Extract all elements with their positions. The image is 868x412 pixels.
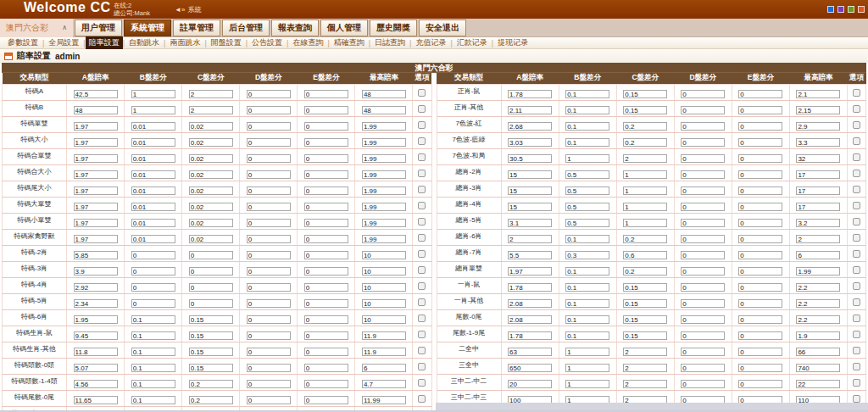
sub-tab[interactable]: 開盤設置 — [207, 37, 246, 48]
row-select-checkbox[interactable] — [418, 202, 426, 209]
rate-input[interactable] — [247, 331, 291, 340]
rate-input[interactable] — [304, 170, 348, 179]
rate-input[interactable] — [131, 219, 175, 227]
rate-input[interactable] — [508, 219, 552, 227]
rate-input[interactable] — [247, 251, 291, 259]
rate-input[interactable] — [247, 299, 291, 308]
rate-input[interactable] — [508, 380, 552, 388]
rate-input[interactable] — [508, 90, 552, 98]
rate-input[interactable] — [131, 348, 175, 356]
rate-input[interactable] — [131, 299, 175, 308]
rate-input[interactable] — [131, 122, 175, 131]
rate-input[interactable] — [796, 380, 840, 388]
rate-input[interactable] — [681, 219, 725, 227]
main-tab[interactable]: 用户管理 — [75, 19, 122, 36]
rate-input[interactable] — [131, 170, 175, 179]
rate-input[interactable] — [74, 203, 118, 211]
rate-input[interactable] — [565, 348, 609, 356]
rate-input[interactable] — [362, 315, 406, 324]
rate-input[interactable] — [131, 364, 175, 372]
rate-input[interactable] — [565, 187, 609, 195]
rate-input[interactable] — [74, 90, 118, 98]
rate-input[interactable] — [304, 348, 348, 356]
row-select-checkbox[interactable] — [853, 153, 860, 161]
row-select-checkbox[interactable] — [418, 186, 426, 193]
row-select-checkbox[interactable] — [418, 137, 426, 145]
rate-input[interactable] — [189, 299, 233, 308]
rate-input[interactable] — [796, 154, 840, 163]
main-tab[interactable]: 安全退出 — [419, 19, 466, 36]
row-select-checkbox[interactable] — [418, 170, 426, 177]
theme-color-swatch[interactable] — [827, 6, 834, 13]
row-select-checkbox[interactable] — [853, 331, 860, 338]
rate-input[interactable] — [362, 203, 406, 211]
rate-input[interactable] — [623, 170, 667, 179]
rate-input[interactable] — [131, 235, 175, 243]
rate-input[interactable] — [189, 396, 233, 404]
rate-input[interactable] — [131, 251, 175, 259]
theme-color-swatch[interactable] — [837, 6, 844, 13]
rate-input[interactable] — [304, 138, 348, 147]
rate-input[interactable] — [74, 299, 118, 308]
rate-input[interactable] — [796, 299, 840, 308]
rate-input[interactable] — [508, 106, 552, 114]
rate-input[interactable] — [738, 170, 782, 179]
rate-input[interactable] — [796, 251, 840, 259]
rate-input[interactable] — [508, 283, 552, 292]
lottery-select[interactable]: 澳門六合彩 ∧ — [0, 19, 73, 37]
rate-input[interactable] — [304, 380, 348, 388]
row-select-checkbox[interactable] — [853, 89, 860, 97]
rate-input[interactable] — [681, 315, 725, 324]
rate-input[interactable] — [189, 283, 233, 292]
rate-input[interactable] — [681, 331, 725, 340]
rate-input[interactable] — [796, 170, 840, 179]
rate-input[interactable] — [565, 138, 609, 147]
rate-input[interactable] — [74, 122, 118, 131]
rate-input[interactable] — [623, 235, 667, 243]
rate-input[interactable] — [304, 203, 348, 211]
rate-input[interactable] — [74, 331, 118, 340]
row-select-checkbox[interactable] — [853, 186, 860, 193]
rate-input[interactable] — [74, 138, 118, 147]
rate-input[interactable] — [74, 251, 118, 259]
rate-input[interactable] — [189, 380, 233, 388]
rate-input[interactable] — [508, 138, 552, 147]
rate-input[interactable] — [362, 364, 406, 372]
rate-input[interactable] — [74, 396, 118, 404]
sub-tab[interactable]: 在線查詢 — [288, 37, 327, 48]
sub-tab[interactable]: 提现记录 — [493, 37, 532, 48]
row-select-checkbox[interactable] — [418, 298, 426, 306]
row-select-checkbox[interactable] — [418, 250, 426, 258]
rate-input[interactable] — [304, 251, 348, 259]
rate-input[interactable] — [74, 235, 118, 243]
rate-input[interactable] — [508, 122, 552, 131]
row-select-checkbox[interactable] — [418, 234, 426, 242]
rate-input[interactable] — [738, 348, 782, 356]
rate-input[interactable] — [247, 364, 291, 372]
rate-input[interactable] — [796, 106, 840, 114]
sub-tab[interactable]: 汇款记录 — [453, 37, 492, 48]
rate-input[interactable] — [796, 315, 840, 324]
rate-input[interactable] — [738, 203, 782, 211]
sub-tab[interactable]: 精確查詢 — [330, 37, 369, 48]
rate-input[interactable] — [508, 187, 552, 195]
rate-input[interactable] — [362, 251, 406, 259]
rate-input[interactable] — [565, 235, 609, 243]
rate-input[interactable] — [304, 122, 348, 131]
rate-input[interactable] — [189, 90, 233, 98]
rate-input[interactable] — [623, 106, 667, 114]
rate-input[interactable] — [131, 396, 175, 404]
rate-input[interactable] — [796, 122, 840, 131]
rate-input[interactable] — [304, 396, 348, 404]
sub-tab[interactable]: 兩面跳水 — [165, 37, 204, 48]
row-select-checkbox[interactable] — [418, 363, 426, 370]
rate-input[interactable] — [247, 235, 291, 243]
rate-input[interactable] — [738, 267, 782, 276]
row-select-checkbox[interactable] — [853, 202, 860, 209]
rate-input[interactable] — [304, 267, 348, 276]
row-select-checkbox[interactable] — [853, 137, 860, 145]
rate-input[interactable] — [738, 122, 782, 131]
rate-input[interactable] — [681, 283, 725, 292]
rate-input[interactable] — [681, 203, 725, 211]
rate-input[interactable] — [738, 235, 782, 243]
